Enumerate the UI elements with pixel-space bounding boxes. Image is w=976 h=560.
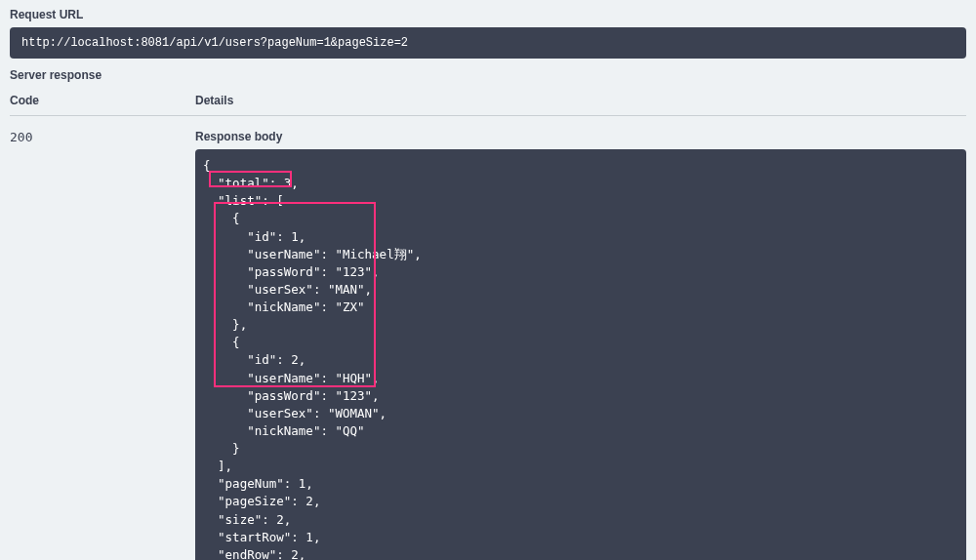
request-url-label: Request URL: [10, 8, 966, 21]
response-body-label: Response body: [195, 130, 966, 143]
column-header-details: Details: [195, 94, 966, 107]
request-url-value: http://localhost:8081/api/v1/users?pageN…: [10, 27, 966, 59]
server-response-label: Server response: [10, 68, 966, 82]
response-table-row: 200 Response body { "total": 3, "list": …: [10, 116, 966, 560]
status-code: 200: [10, 130, 32, 144]
response-body-text[interactable]: { "total": 3, "list": [ { "id": 1, "user…: [203, 157, 955, 560]
column-header-code: Code: [10, 94, 195, 107]
response-body-block: { "total": 3, "list": [ { "id": 1, "user…: [195, 149, 966, 560]
response-table-header: Code Details: [10, 88, 966, 116]
